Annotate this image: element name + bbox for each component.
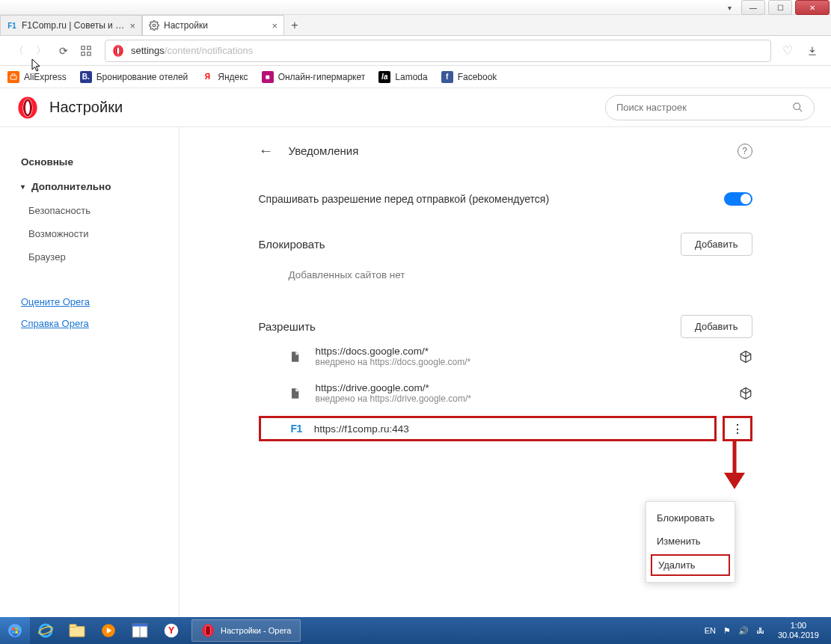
ask-permission-label: Спрашивать разрешение перед отправкой (р… — [259, 193, 550, 205]
navigation-bar: 〈 〉 ⟳ settings/content/notifications ♡ — [0, 36, 831, 66]
booking-icon: B. — [80, 71, 92, 83]
tab-f1comp[interactable]: F1 F1Comp.ru | Советы и лайф × — [0, 15, 142, 35]
speed-dial-button[interactable] — [76, 41, 96, 61]
taskbar-active-opera[interactable]: Настройки - Opera — [191, 619, 301, 642]
extension-icon[interactable] — [739, 350, 752, 364]
address-bar[interactable]: settings/content/notifications — [105, 40, 771, 62]
sidebar-link-help[interactable]: Справка Opera — [21, 313, 179, 334]
site-url: https://docs.google.com/* — [316, 346, 732, 357]
bookmark-label: Онлайн-гипермаркет — [278, 72, 366, 82]
bookmarks-bar: AliExpress B. Бронирование отелей Я Янде… — [0, 66, 831, 88]
sidebar-item-label: Дополнительно — [31, 181, 111, 192]
start-button[interactable] — [0, 617, 30, 644]
tab-title: F1Comp.ru | Советы и лайф — [22, 20, 125, 31]
ask-permission-row[interactable]: Спрашивать разрешение перед отправкой (р… — [259, 182, 752, 216]
sidebar-link-rate[interactable]: Оцените Opera — [21, 291, 179, 313]
tray-flag-icon[interactable]: ⚑ — [723, 626, 731, 636]
menu-item-edit[interactable]: Изменить — [646, 530, 735, 553]
svg-rect-4 — [88, 52, 91, 55]
allowed-site-row: https://docs.google.com/* внедрено на ht… — [259, 338, 752, 375]
ask-permission-toggle[interactable] — [724, 192, 752, 206]
settings-sidebar: Основные ▾ Дополнительно Безопасность Во… — [0, 127, 180, 628]
window-menu-icon[interactable]: ▾ — [719, 0, 740, 15]
block-empty-text: Добавленных сайтов нет — [259, 256, 752, 294]
downloads-button[interactable] — [803, 41, 822, 61]
tab-settings[interactable]: Настройки × — [142, 15, 284, 35]
svg-point-8 — [117, 47, 119, 55]
allowed-site-row-highlighted: F1 https://f1comp.ru:443 — [259, 416, 717, 441]
tab-close-icon[interactable]: × — [272, 20, 277, 31]
tray-network-icon[interactable]: 🖧 — [756, 626, 764, 635]
help-icon[interactable]: ? — [738, 144, 752, 159]
svg-line-14 — [799, 108, 802, 111]
bookmark-booking[interactable]: B. Бронирование отелей — [80, 71, 188, 83]
back-button[interactable]: 〈 — [9, 41, 28, 61]
tab-close-icon[interactable]: × — [129, 20, 135, 31]
settings-search[interactable] — [605, 95, 815, 120]
allow-add-button[interactable]: Добавить — [681, 315, 752, 338]
chevron-down-icon: ▾ — [21, 183, 30, 191]
forward-button[interactable]: 〉 — [31, 41, 51, 61]
svg-rect-23 — [70, 625, 76, 628]
new-tab-button[interactable]: + — [284, 15, 305, 35]
bookmark-label: Яндекс — [218, 72, 248, 82]
tray-volume-icon[interactable]: 🔊 — [738, 626, 749, 636]
menu-item-block[interactable]: Блокировать — [646, 506, 735, 530]
url-text: settings/content/notifications — [131, 45, 253, 56]
tray-lang[interactable]: EN — [705, 626, 716, 635]
back-arrow-icon[interactable]: ← — [259, 142, 274, 159]
site-url: https://drive.google.com/* — [316, 382, 732, 393]
tab-strip: F1 F1Comp.ru | Советы и лайф × Настройки… — [0, 15, 831, 36]
site-sub: внедрено на https://docs.google.com/* — [316, 357, 732, 367]
taskbar-ie-icon[interactable] — [31, 618, 61, 643]
reload-button[interactable]: ⟳ — [54, 41, 73, 61]
more-vertical-icon: ⋮ — [732, 422, 743, 436]
svg-rect-16 — [12, 628, 15, 631]
facebook-icon: f — [441, 71, 453, 83]
yandex-icon: Я — [201, 71, 213, 83]
taskbar-app-label: Настройки - Opera — [221, 626, 291, 635]
settings-search-input[interactable] — [616, 102, 792, 113]
file-icon — [289, 350, 302, 364]
svg-rect-22 — [70, 627, 85, 637]
opera-icon — [111, 44, 125, 58]
taskbar-media-icon[interactable] — [93, 618, 123, 643]
annotation-arrow — [259, 441, 752, 486]
file-icon — [289, 387, 302, 400]
tray-clock[interactable]: 1:00 30.04.2019 — [772, 621, 825, 640]
taskbar-explorer-icon[interactable] — [62, 618, 92, 643]
svg-point-13 — [794, 103, 800, 110]
svg-point-0 — [153, 24, 156, 27]
system-tray: EN ⚑ 🔊 🖧 1:00 30.04.2019 — [705, 621, 831, 640]
f1-favicon: F1 — [291, 423, 302, 435]
sidebar-item-basic[interactable]: Основные — [21, 150, 179, 174]
bookmark-label: Facebook — [458, 72, 497, 82]
bookmark-heart-icon[interactable]: ♡ — [779, 43, 797, 58]
window-maximize-button[interactable]: ☐ — [768, 0, 792, 15]
block-add-button[interactable]: Добавить — [681, 233, 752, 256]
sidebar-item-browser[interactable]: Браузер — [21, 245, 179, 269]
taskbar-yandex-icon[interactable]: Y — [156, 618, 186, 643]
menu-item-delete[interactable]: Удалить — [651, 554, 730, 576]
site-options-button-highlighted[interactable]: ⋮ — [723, 416, 752, 441]
sidebar-item-security[interactable]: Безопасность — [21, 199, 179, 222]
window-close-button[interactable]: ✕ — [795, 0, 830, 15]
taskbar-totalcmd-icon[interactable] — [125, 618, 155, 643]
bookmark-facebook[interactable]: f Facebook — [441, 71, 497, 83]
bookmark-label: AliExpress — [24, 72, 67, 82]
windows-taskbar: Y Настройки - Opera EN ⚑ 🔊 🖧 1:00 30.04.… — [0, 617, 831, 644]
block-section-title: Блокировать — [259, 238, 325, 251]
window-minimize-button[interactable]: — — [741, 0, 765, 15]
bookmark-hypermarket[interactable]: ■ Онлайн-гипермаркет — [262, 71, 366, 83]
bookmark-lamoda[interactable]: la Lamoda — [378, 71, 427, 83]
extension-icon[interactable] — [739, 387, 752, 400]
window-titlebar: ▾ — ☐ ✕ — [0, 0, 831, 15]
bookmark-yandex[interactable]: Я Яндекс — [201, 71, 248, 83]
svg-point-32 — [205, 625, 210, 636]
bookmark-aliexpress[interactable]: AliExpress — [7, 71, 67, 83]
opera-logo-icon — [16, 96, 39, 119]
sidebar-item-advanced[interactable]: ▾ Дополнительно — [21, 174, 179, 199]
sidebar-item-features[interactable]: Возможности — [21, 222, 179, 245]
svg-rect-26 — [132, 624, 147, 627]
lamoda-icon: la — [378, 71, 390, 83]
